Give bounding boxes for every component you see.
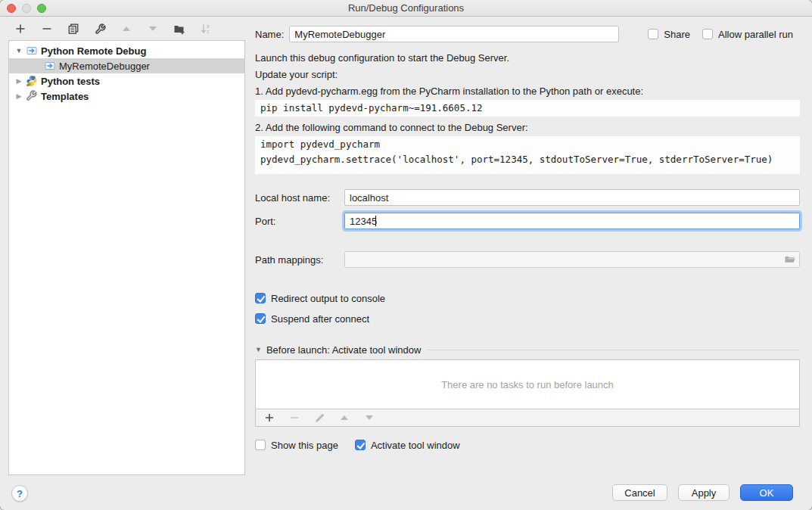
- window-title: Run/Debug Configurations: [0, 0, 812, 17]
- browse-folder-icon[interactable]: [784, 253, 796, 266]
- show-this-page-label: Show this page: [271, 440, 338, 451]
- pip-install-code: pip install pydevd-pycharm~=191.6605.12: [255, 100, 800, 117]
- redirect-output-row[interactable]: Redirect output to console: [255, 292, 800, 304]
- remote-debug-config-icon: [44, 60, 56, 72]
- settrace-code-line1: import pydevd_pycharm: [260, 137, 795, 152]
- sort-configurations-icon: az: [200, 23, 212, 35]
- move-down-icon: [147, 23, 159, 35]
- before-launch-header[interactable]: ▼ Before launch: Activate tool window: [255, 344, 800, 355]
- tree-item-python-tests[interactable]: ▶ Python tests: [9, 73, 244, 89]
- configuration-editor: Name: Share Allow parallel run Launch th…: [246, 17, 812, 510]
- help-question-icon: ?: [17, 488, 23, 499]
- share-checkbox[interactable]: [648, 29, 658, 39]
- chevron-down-icon[interactable]: ▼: [15, 47, 23, 54]
- share-checkbox-row[interactable]: Share: [648, 28, 690, 40]
- tree-item-label: MyRemoteDebugger: [59, 61, 150, 72]
- port-input[interactable]: [344, 213, 800, 229]
- chevron-right-icon[interactable]: ▶: [15, 77, 23, 85]
- remote-debug-config-icon: [26, 45, 38, 57]
- step1-text: 1. Add pydevd-pycharm.egg from the PyCha…: [255, 85, 800, 98]
- ok-button[interactable]: OK: [740, 484, 793, 501]
- allow-parallel-run-checkbox[interactable]: [702, 29, 713, 39]
- add-task-icon[interactable]: [263, 412, 275, 424]
- configurations-sidebar: az ▼ Python Remote Debug MyRemoteDebugge…: [0, 17, 246, 510]
- path-mappings-label: Path mappings:: [255, 254, 344, 266]
- port-label: Port:: [255, 216, 344, 227]
- before-launch-title: Before launch: Activate tool window: [266, 344, 422, 356]
- before-launch-task-list: There are no tasks to run before launch: [255, 359, 800, 409]
- dialog-buttons: Cancel Apply OK: [612, 484, 793, 501]
- allow-parallel-run-checkbox-row[interactable]: Allow parallel run: [702, 28, 793, 40]
- title-bar: Run/Debug Configurations: [0, 0, 812, 17]
- page-options-row: Show this page Activate tool window: [255, 439, 800, 451]
- chevron-right-icon[interactable]: ▶: [15, 92, 23, 100]
- copy-configuration-icon[interactable]: [67, 23, 79, 35]
- configurations-tree: ▼ Python Remote Debug MyRemoteDebugger ▶: [8, 40, 245, 475]
- templates-wrench-icon: [26, 90, 38, 102]
- move-up-icon: [120, 23, 132, 35]
- step2-text: 2. Add the following command to connect …: [255, 121, 800, 135]
- before-launch-toolbar: [255, 409, 800, 427]
- redirect-output-checkbox[interactable]: [255, 293, 266, 303]
- suspend-after-connect-row[interactable]: Suspend after connect: [255, 313, 800, 325]
- tree-item-templates[interactable]: ▶ Templates: [9, 89, 244, 104]
- python-tests-icon: [26, 75, 38, 87]
- show-this-page-checkbox[interactable]: [255, 440, 266, 450]
- local-host-label: Local host name:: [255, 192, 344, 204]
- svg-text:z: z: [207, 29, 209, 34]
- activate-tool-window-row[interactable]: Activate tool window: [355, 439, 460, 451]
- settrace-code-line2: pydevd_pycharm.settrace('localhost', por…: [260, 152, 795, 167]
- edit-templates-icon[interactable]: [94, 23, 106, 35]
- port-row: Port:: [255, 213, 800, 229]
- path-mappings-input[interactable]: [344, 251, 800, 268]
- tree-item-label: Python tests: [41, 76, 100, 87]
- tree-item-label: Python Remote Debug: [41, 45, 146, 57]
- move-task-down-icon: [363, 412, 375, 424]
- remove-configuration-icon[interactable]: [41, 23, 53, 35]
- text-caret: [375, 216, 376, 226]
- help-button[interactable]: ?: [11, 485, 28, 502]
- activate-tool-window-checkbox[interactable]: [355, 440, 366, 450]
- edit-task-icon: [313, 412, 325, 424]
- empty-tasks-message: There are no tasks to run before launch: [441, 379, 614, 390]
- chevron-down-icon[interactable]: ▼: [255, 346, 262, 353]
- tree-item-label: Templates: [41, 91, 89, 102]
- run-debug-configurations-dialog: Run/Debug Configurations az: [0, 0, 812, 510]
- section-divider: [428, 350, 800, 350]
- suspend-after-connect-label: Suspend after connect: [271, 313, 369, 325]
- local-host-row: Local host name:: [255, 189, 800, 206]
- apply-button[interactable]: Apply: [678, 484, 730, 501]
- allow-parallel-run-label: Allow parallel run: [718, 29, 793, 40]
- local-host-input[interactable]: [344, 189, 800, 206]
- sidebar-toolbar: az: [0, 17, 246, 40]
- name-row: Name: Share Allow parallel run: [255, 26, 800, 42]
- share-label: Share: [664, 29, 690, 40]
- new-folder-icon[interactable]: [173, 23, 185, 35]
- intro-text: Launch this debug configuration to start…: [255, 51, 800, 65]
- cancel-button[interactable]: Cancel: [612, 484, 667, 501]
- add-configuration-icon[interactable]: [14, 23, 26, 35]
- show-this-page-row[interactable]: Show this page: [255, 439, 338, 451]
- remove-task-icon: [288, 412, 300, 424]
- activate-tool-window-label: Activate tool window: [371, 440, 460, 451]
- suspend-after-connect-checkbox[interactable]: [255, 313, 266, 324]
- move-task-up-icon: [338, 412, 350, 424]
- redirect-output-label: Redirect output to console: [271, 293, 385, 304]
- tree-item-myremotedebugger[interactable]: MyRemoteDebugger: [9, 58, 244, 73]
- update-script-text: Update your script:: [255, 68, 800, 82]
- settrace-code: import pydevd_pycharm pydevd_pycharm.set…: [255, 136, 800, 174]
- name-label: Name:: [255, 29, 284, 40]
- svg-text:a: a: [207, 23, 210, 29]
- name-input[interactable]: [289, 26, 619, 42]
- path-mappings-row: Path mappings:: [255, 251, 800, 268]
- tree-item-python-remote-debug[interactable]: ▼ Python Remote Debug: [9, 43, 244, 58]
